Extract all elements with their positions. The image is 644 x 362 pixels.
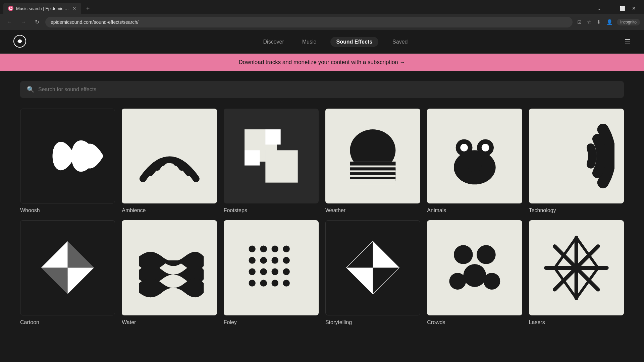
svg-point-34 bbox=[260, 268, 267, 275]
svg-point-20 bbox=[468, 159, 482, 173]
svg-point-25 bbox=[249, 245, 255, 252]
category-technology[interactable]: Technology bbox=[529, 109, 624, 214]
nav-saved[interactable]: Saved bbox=[388, 37, 412, 47]
label-storytelling: Storytelling bbox=[325, 319, 420, 325]
nav-music[interactable]: Music bbox=[298, 37, 320, 47]
label-cartoon: Cartoon bbox=[20, 319, 115, 325]
cast-icon: ⊡ bbox=[576, 18, 583, 26]
active-tab[interactable]: Music search | Epidemic Sound ✕ bbox=[3, 3, 81, 14]
tab-close-button[interactable]: ✕ bbox=[72, 6, 76, 11]
svg-marker-22 bbox=[68, 268, 94, 294]
svg-point-32 bbox=[283, 257, 289, 263]
svg-point-47 bbox=[449, 273, 466, 290]
label-whoosh: Whoosh bbox=[20, 207, 115, 214]
promo-text: Download tracks and monetize your conten… bbox=[238, 59, 405, 66]
nav-discover[interactable]: Discover bbox=[259, 37, 288, 47]
label-weather: Weather bbox=[325, 207, 420, 214]
search-bar-wrap: 🔍 bbox=[20, 81, 624, 98]
svg-point-18 bbox=[460, 144, 468, 152]
card-animals bbox=[427, 109, 522, 203]
nav-sound-effects[interactable]: Sound Effects bbox=[330, 37, 379, 47]
search-icon: 🔍 bbox=[27, 86, 34, 93]
card-footsteps bbox=[224, 109, 319, 203]
card-whoosh bbox=[20, 109, 115, 203]
svg-rect-13 bbox=[350, 172, 396, 175]
back-button[interactable]: ← bbox=[4, 18, 15, 26]
svg-point-36 bbox=[283, 268, 289, 275]
window-controls: ⌄ — ⬜ ✕ bbox=[596, 4, 641, 12]
label-lasers: Lasers bbox=[529, 319, 624, 325]
label-foley: Foley bbox=[224, 319, 319, 325]
svg-point-33 bbox=[249, 268, 255, 275]
svg-rect-3 bbox=[265, 129, 280, 144]
category-storytelling[interactable]: Storytelling bbox=[325, 220, 420, 325]
svg-point-48 bbox=[483, 273, 500, 290]
address-input[interactable] bbox=[45, 17, 573, 27]
main-content: 🔍 Whoosh bbox=[0, 71, 644, 336]
svg-rect-11 bbox=[350, 162, 396, 166]
svg-point-28 bbox=[283, 245, 289, 252]
forward-button[interactable]: → bbox=[18, 18, 29, 26]
card-water bbox=[122, 220, 217, 315]
svg-marker-24 bbox=[68, 241, 94, 268]
maximize-button[interactable]: ⬜ bbox=[618, 4, 627, 12]
tab-list-button[interactable]: ⌄ bbox=[596, 4, 603, 12]
svg-point-37 bbox=[249, 280, 255, 286]
main-nav: Discover Music Sound Effects Saved bbox=[46, 37, 625, 47]
close-window-button[interactable]: ✕ bbox=[631, 4, 637, 12]
svg-rect-14 bbox=[350, 177, 396, 179]
promo-banner[interactable]: Download tracks and monetize your conten… bbox=[0, 54, 644, 71]
card-ambience bbox=[122, 109, 217, 203]
bookmark-icon[interactable]: ☆ bbox=[586, 18, 593, 26]
label-ambience: Ambience bbox=[122, 207, 217, 214]
category-animals[interactable]: Animals bbox=[427, 109, 522, 214]
svg-point-31 bbox=[271, 257, 278, 263]
minimize-button[interactable]: — bbox=[607, 4, 614, 12]
svg-rect-4 bbox=[245, 150, 260, 166]
card-storytelling bbox=[325, 220, 420, 315]
label-footsteps: Footsteps bbox=[224, 207, 319, 214]
svg-point-35 bbox=[271, 268, 278, 275]
card-technology bbox=[529, 109, 624, 203]
svg-marker-23 bbox=[41, 268, 68, 294]
svg-point-30 bbox=[260, 257, 267, 263]
svg-point-29 bbox=[249, 257, 255, 263]
category-lasers[interactable]: Lasers bbox=[529, 220, 624, 325]
svg-point-19 bbox=[481, 144, 489, 152]
label-crowds: Crowds bbox=[427, 319, 522, 325]
new-tab-button[interactable]: + bbox=[83, 4, 93, 13]
svg-rect-2 bbox=[265, 150, 298, 183]
svg-point-39 bbox=[271, 280, 278, 286]
svg-point-27 bbox=[271, 245, 278, 252]
card-weather bbox=[325, 109, 420, 203]
category-foley[interactable]: Foley bbox=[224, 220, 319, 325]
download-icon[interactable]: ⬇ bbox=[595, 18, 602, 26]
search-input[interactable] bbox=[38, 86, 617, 93]
logo[interactable] bbox=[13, 35, 26, 49]
label-animals: Animals bbox=[427, 207, 522, 214]
category-crowds[interactable]: Crowds bbox=[427, 220, 522, 325]
hamburger-menu[interactable]: ☰ bbox=[625, 38, 631, 46]
address-bar-row: ← → ↻ ⊡ ☆ ⬇ 👤 Incognito bbox=[0, 14, 644, 30]
category-whoosh[interactable]: Whoosh bbox=[20, 109, 115, 214]
category-cartoon[interactable]: Cartoon bbox=[20, 220, 115, 325]
category-water[interactable]: Water bbox=[122, 220, 217, 325]
tab-favicon bbox=[8, 6, 13, 11]
svg-marker-21 bbox=[41, 241, 68, 268]
label-water: Water bbox=[122, 319, 217, 325]
svg-point-46 bbox=[463, 264, 486, 287]
svg-point-40 bbox=[283, 280, 289, 286]
search-bar: 🔍 bbox=[20, 81, 624, 98]
profile-icon[interactable]: 👤 bbox=[605, 18, 614, 26]
category-ambience[interactable]: Ambience bbox=[122, 109, 217, 214]
category-grid: Whoosh Ambience bbox=[20, 109, 624, 325]
category-footsteps[interactable]: Footsteps bbox=[224, 109, 319, 214]
card-lasers bbox=[529, 220, 624, 315]
reload-button[interactable]: ↻ bbox=[32, 17, 42, 26]
label-technology: Technology bbox=[529, 207, 624, 214]
tab-title-text: Music search | Epidemic Sound bbox=[16, 6, 70, 11]
tab-bar: Music search | Epidemic Sound ✕ + ⌄ — ⬜ … bbox=[0, 0, 644, 14]
card-foley bbox=[224, 220, 319, 315]
category-weather[interactable]: Weather bbox=[325, 109, 420, 214]
svg-point-26 bbox=[260, 245, 267, 252]
